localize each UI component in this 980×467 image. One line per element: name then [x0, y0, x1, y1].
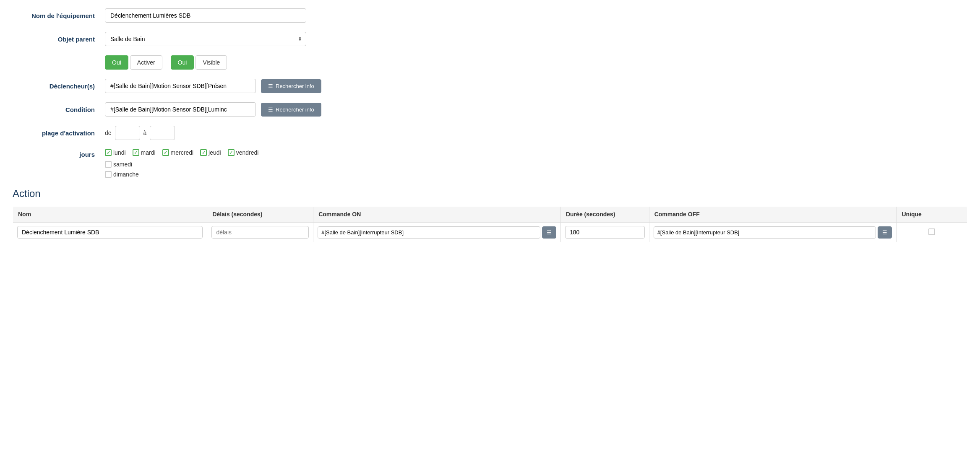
plage-content: de à	[105, 126, 967, 140]
td-commande-on: ☰	[313, 222, 561, 242]
table-header-row: Nom Délais (secondes) Commande ON Durée …	[13, 207, 967, 223]
plage-de-label: de	[105, 130, 112, 136]
mardi-label: mardi	[141, 149, 156, 156]
jours-label: jours	[13, 149, 105, 158]
jour-dimanche: dimanche	[105, 171, 139, 178]
th-nom: Nom	[13, 207, 207, 223]
commande-on-group: ☰	[318, 226, 556, 239]
condition-label: Condition	[13, 106, 105, 113]
objet-parent-label: Objet parent	[13, 36, 105, 43]
condition-rechercher-label: Rechercher info	[276, 106, 314, 113]
lundi-label: lundi	[113, 149, 126, 156]
toggles-content: Oui Activer Oui Visible	[105, 55, 967, 70]
toggles-row: Oui Activer Oui Visible	[13, 55, 967, 70]
declencheurs-content: ☰ Rechercher info	[105, 79, 967, 93]
samedi-label: samedi	[113, 161, 132, 168]
action-nom-input[interactable]	[17, 226, 203, 239]
condition-content: ☰ Rechercher info	[105, 102, 967, 117]
action-section-title: Action	[13, 188, 967, 200]
nom-equipement-row: Nom de l'équipement	[13, 8, 967, 23]
jour-vendredi: vendredi	[228, 149, 259, 156]
plage-from-input[interactable]	[115, 126, 140, 140]
vendredi-label: vendredi	[236, 149, 259, 156]
declencheurs-input[interactable]	[105, 79, 256, 93]
objet-parent-row: Objet parent Salle de Bain Cuisine Salon	[13, 32, 967, 46]
visible-oui-button[interactable]: Oui	[171, 55, 194, 70]
action-delais-input[interactable]	[211, 226, 309, 239]
td-commande-off: ☰	[649, 222, 897, 242]
list-icon: ☰	[268, 83, 273, 89]
checkbox-mercredi[interactable]	[162, 149, 169, 156]
nom-equipement-label: Nom de l'équipement	[13, 12, 105, 19]
action-table: Nom Délais (secondes) Commande ON Durée …	[13, 206, 967, 242]
td-unique	[897, 222, 967, 242]
jeudi-label: jeudi	[209, 149, 221, 156]
commande-off-icon-button[interactable]: ☰	[878, 226, 892, 239]
activer-toggle-group: Oui Activer	[105, 55, 162, 70]
table-row: ☰ ☰	[13, 222, 967, 242]
nom-equipement-content	[105, 8, 967, 23]
declencheurs-rechercher-button[interactable]: ☰ Rechercher info	[261, 79, 321, 93]
condition-input[interactable]	[105, 102, 256, 117]
checkbox-jeudi[interactable]	[200, 149, 207, 156]
commande-on-input[interactable]	[318, 226, 540, 239]
th-unique: Unique	[897, 207, 967, 223]
checkbox-samedi[interactable]	[105, 161, 112, 168]
jour-mardi: mardi	[133, 149, 156, 156]
objet-parent-wrapper: Salle de Bain Cuisine Salon	[105, 32, 306, 46]
condition-rechercher-button[interactable]: ☰ Rechercher info	[261, 103, 321, 117]
declencheurs-label: Déclencheur(s)	[13, 83, 105, 90]
checkbox-lundi[interactable]	[105, 149, 112, 156]
unique-checkbox[interactable]	[928, 228, 935, 235]
jour-samedi: samedi	[105, 161, 333, 168]
th-duree: Durée (secondes)	[561, 207, 649, 223]
td-nom	[13, 222, 207, 242]
commande-on-icon-button[interactable]: ☰	[542, 226, 556, 239]
checkbox-mardi[interactable]	[133, 149, 139, 156]
commande-off-group: ☰	[654, 226, 892, 239]
th-commande-off: Commande OFF	[649, 207, 897, 223]
commande-off-input[interactable]	[654, 226, 876, 239]
declencheurs-rechercher-label: Rechercher info	[276, 83, 314, 89]
list-icon-2: ☰	[268, 106, 273, 113]
plage-label: plage d'activation	[13, 130, 105, 137]
th-delais: Délais (secondes)	[207, 207, 313, 223]
objet-parent-select[interactable]: Salle de Bain Cuisine Salon	[105, 32, 306, 46]
checkbox-vendredi[interactable]	[228, 149, 235, 156]
plage-inputs: de à	[105, 126, 175, 140]
jour-mercredi: mercredi	[162, 149, 193, 156]
jour-jeudi: jeudi	[200, 149, 221, 156]
visible-label: Visible	[195, 55, 227, 70]
nom-equipement-input[interactable]	[105, 8, 306, 23]
th-commande-on: Commande ON	[313, 207, 561, 223]
objet-parent-content: Salle de Bain Cuisine Salon	[105, 32, 967, 46]
dimanche-label: dimanche	[113, 171, 139, 178]
action-duree-input[interactable]	[565, 226, 645, 239]
jours-content: lundi mardi mercredi jeudi vendredi	[105, 149, 967, 178]
plage-a-label: à	[143, 130, 147, 136]
visible-toggle-group: Oui Visible	[171, 55, 227, 70]
mercredi-label: mercredi	[171, 149, 193, 156]
jours-container: lundi mardi mercredi jeudi vendredi	[105, 149, 333, 178]
plage-row: plage d'activation de à	[13, 126, 967, 140]
condition-row: Condition ☰ Rechercher info	[13, 102, 967, 117]
td-duree	[561, 222, 649, 242]
declencheurs-row: Déclencheur(s) ☰ Rechercher info	[13, 79, 967, 93]
td-delais	[207, 222, 313, 242]
checkbox-dimanche[interactable]	[105, 171, 112, 178]
jour-lundi: lundi	[105, 149, 126, 156]
plage-to-input[interactable]	[150, 126, 175, 140]
activer-label: Activer	[130, 55, 162, 70]
activer-oui-button[interactable]: Oui	[105, 55, 128, 70]
jours-row: jours lundi mardi mercredi jeudi	[13, 149, 967, 178]
